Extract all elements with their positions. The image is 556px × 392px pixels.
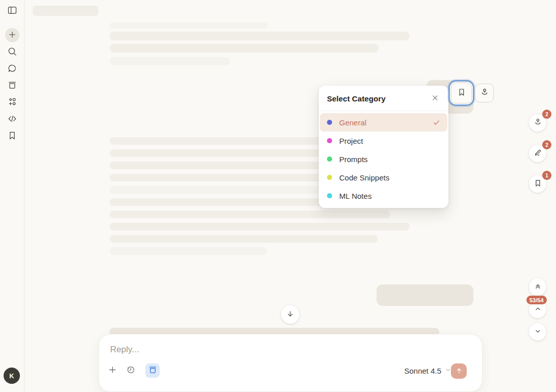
- archive-button[interactable]: [4, 77, 20, 94]
- category-label: ML Notes: [339, 192, 372, 200]
- new-chat-button[interactable]: [5, 28, 19, 42]
- shapes-icon: [7, 97, 17, 109]
- skeleton-title: [33, 6, 98, 16]
- bookmarks-count-badge: 1: [542, 171, 551, 180]
- chevrons-up-icon: [534, 282, 542, 292]
- category-color-dot: [327, 138, 332, 143]
- check-icon: [433, 119, 440, 126]
- skeleton-line: [110, 223, 410, 230]
- bookmark-icon: [457, 88, 466, 98]
- shapes-button[interactable]: [4, 94, 20, 111]
- archive-box-icon: [7, 80, 17, 92]
- pin-icon: [534, 118, 542, 128]
- category-label: Project: [339, 137, 363, 145]
- user-avatar[interactable]: K: [4, 368, 20, 384]
- skeleton-line: [110, 211, 390, 218]
- app-window: K Select Category General: [0, 0, 556, 392]
- chevron-down-icon: [534, 327, 542, 337]
- history-clock-icon: [126, 365, 136, 376]
- category-label: Code Snippets: [339, 173, 389, 182]
- bookmark-icon: [7, 130, 17, 142]
- category-color-dot: [327, 193, 332, 198]
- bookmark-icon: [534, 179, 542, 189]
- sidebar-toggle-button[interactable]: [4, 3, 20, 19]
- skeleton-line: [110, 247, 267, 255]
- category-option-ml-notes[interactable]: ML Notes: [320, 187, 447, 205]
- archive-box-icon: [148, 365, 158, 376]
- pinned-count-badge: 2: [542, 110, 551, 119]
- reply-composer: Sonnet 4.5: [98, 334, 483, 392]
- select-category-popup: Select Category General Project: [319, 86, 448, 208]
- send-button[interactable]: [451, 363, 467, 379]
- category-color-dot: [327, 120, 332, 125]
- pin-message-button[interactable]: [475, 84, 494, 102]
- code-button[interactable]: [4, 111, 20, 127]
- arrow-down-icon: [286, 309, 295, 320]
- category-option-code-snippets[interactable]: Code Snippets: [320, 168, 447, 187]
- close-button[interactable]: [429, 92, 441, 104]
- search-icon: [7, 46, 17, 58]
- popup-title: Select Category: [327, 94, 386, 103]
- message-counter-badge: 53/54: [526, 296, 547, 304]
- sidebar: K: [0, 0, 24, 392]
- scroll-to-top-button[interactable]: [529, 278, 546, 296]
- bookmark-message-button[interactable]: [451, 83, 472, 103]
- skeleton-line: [110, 57, 230, 65]
- category-label: Prompts: [339, 155, 368, 164]
- next-message-button[interactable]: [529, 323, 546, 341]
- new-chat-plus-icon: [8, 30, 17, 41]
- panel-toggle-icon: [7, 5, 17, 17]
- pin-icon: [480, 88, 489, 98]
- skeleton-line: [110, 32, 410, 40]
- skeleton-line: [110, 235, 378, 243]
- arrow-up-icon: [455, 367, 463, 376]
- archive-tool-button[interactable]: [145, 363, 160, 378]
- plus-icon: [108, 365, 117, 376]
- attach-button[interactable]: [105, 363, 119, 378]
- bookmarks-button[interactable]: [4, 128, 20, 144]
- history-button[interactable]: [123, 363, 138, 378]
- category-option-prompts[interactable]: Prompts: [320, 150, 447, 168]
- scroll-to-bottom-button[interactable]: [281, 305, 299, 324]
- skeleton-line: [110, 22, 268, 29]
- chats-icon: [7, 63, 17, 75]
- skeleton-message-bubble: [376, 284, 473, 306]
- code-icon: [7, 114, 17, 125]
- model-label: Sonnet 4.5: [404, 367, 441, 375]
- category-option-project[interactable]: Project: [320, 132, 447, 150]
- skeleton-line: [110, 44, 378, 53]
- category-color-dot: [327, 156, 332, 162]
- model-selector[interactable]: Sonnet 4.5: [404, 363, 451, 378]
- category-label: General: [339, 118, 366, 127]
- category-option-general[interactable]: General: [320, 113, 447, 132]
- reply-input[interactable]: [110, 345, 416, 355]
- popup-header: Select Category: [319, 86, 448, 111]
- pencil-icon: [534, 148, 542, 159]
- search-button[interactable]: [4, 44, 20, 60]
- edits-count-badge: 2: [542, 140, 551, 149]
- chats-button[interactable]: [4, 61, 20, 77]
- close-icon: [432, 94, 439, 103]
- category-list: General Project Prompts Code Snippets ML…: [319, 111, 448, 208]
- chevron-up-icon: [534, 304, 542, 315]
- category-color-dot: [327, 175, 332, 180]
